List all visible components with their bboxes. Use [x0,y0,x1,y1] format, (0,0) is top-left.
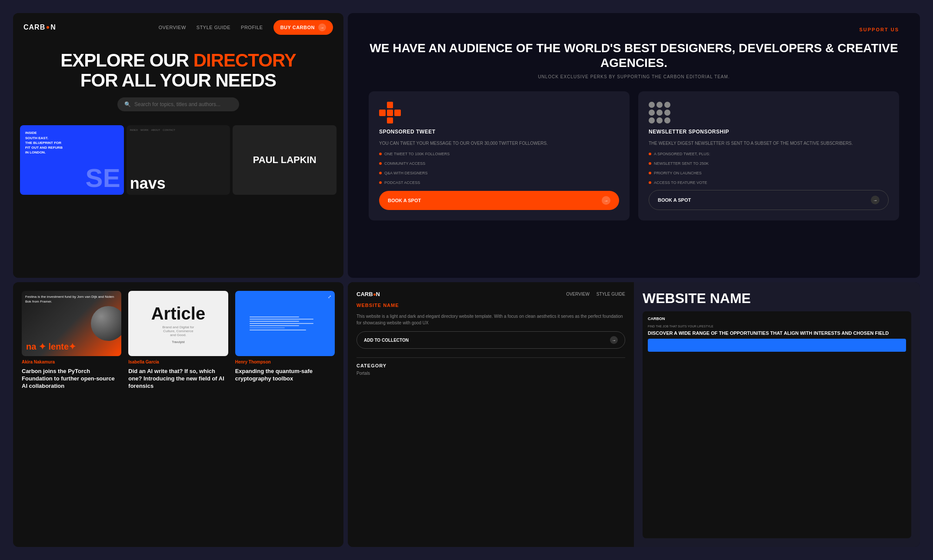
blog-img-festina: Festina is the investment fund by Jorn v… [22,291,121,356]
newsletter-feature-1: A SPONSORED TWEET, PLUS: [649,152,889,156]
search-icon: 🔍 [124,101,131,107]
category-section: CATEGORY Portals [357,357,625,376]
mini-preview-blue-card [648,339,906,352]
panel-support: SUPPORT US WE HAVE AN AUDIENCE OF THE WO… [348,13,920,278]
mini-preview-logo: CARBON [648,317,906,321]
tweet-desc: YOU CAN TWEET YOUR MESSAGE TO OUR OVER 3… [379,140,619,147]
nav-profile[interactable]: PROFILE [241,25,263,30]
dots-icon [649,102,670,123]
navs-brand: navs [130,176,227,191]
preview-card-navs[interactable]: INDEXWORKABOUTCONTACT navs [127,125,230,195]
blog-card-1[interactable]: Festina is the investment fund by Jorn v… [22,291,121,538]
newsletter-feature-4: ACCESS TO FEATURE VOTE [649,180,889,185]
book-newsletter-button[interactable]: BOOK A SPOT → [649,190,889,210]
sponsored-tweet-card: SPONSORED TWEET YOU CAN TWEET YOUR MESSA… [369,91,630,220]
panel-blog: Festina is the investment fund by Jorn v… [13,282,343,547]
preview-card-paul[interactable]: PAUL LAPKIN [233,125,337,195]
blueprint-text: INSIDESOUTH EAST.THE BLUEPRINT FORFIT OU… [25,130,63,155]
website-nav: CARBN OVERVIEW STYLE GUIDE [357,291,625,297]
blog-card-3[interactable]: ⤢ Henry Thompson Expanding the quantum-s… [235,291,335,538]
hero-section: EXPLORE OUR DIRECTORY FOR ALL YOUR NEEDS… [13,42,343,125]
tweet-type: SPONSORED TWEET [379,129,619,135]
website-logo: CARBN [357,291,380,297]
navs-mini-nav: INDEXWORKABOUTCONTACT [130,129,227,131]
nav-style-guide[interactable]: STYLE GUIDE [197,25,230,30]
category-label: CATEGORY [357,357,625,368]
blog-grid: Festina is the investment fund by Jorn v… [22,291,335,538]
website-nav-links: OVERVIEW STYLE GUIDE [566,292,625,297]
nav-bar: CARBN OVERVIEW STYLE GUIDE PROFILE BUY C… [13,13,343,42]
support-title: WE HAVE AN AUDIENCE OF THE WORLD'S BEST … [369,41,899,70]
logo: CARBN [23,23,56,31]
blog-title-1: Carbon joins the PyTorch Foundation to f… [22,368,121,390]
website-right-title: WEBSITE NAME [643,291,911,306]
blog-author-3: Henry Thompson [235,360,335,364]
blog-author-1: Akira Nakamura [22,360,121,364]
newsletter-feature-3: PRIORITY ON LAUNCHES [649,171,889,175]
buy-carbon-button[interactable]: BUY CARBON → [273,20,333,35]
preview-cards: INSIDESOUTH EAST.THE BLUEPRINT FORFIT OU… [13,125,343,195]
paul-name: PAUL LAPKIN [253,155,317,165]
website-left: CARBN OVERVIEW STYLE GUIDE WEBSITE NAME … [348,282,634,547]
main-container: CARBN OVERVIEW STYLE GUIDE PROFILE BUY C… [13,13,920,547]
blog-title-3: Expanding the quantum-safe cryptography … [235,368,335,383]
website-nav-overview[interactable]: OVERVIEW [566,292,590,297]
add-arrow-icon: → [610,336,618,344]
website-desc: This website is a light and dark and ele… [357,313,625,326]
nav-overview[interactable]: OVERVIEW [159,25,186,30]
blog-img-quantum: ⤢ [235,291,335,356]
mini-preview-tagline: FIND THE JOB THAT SUITS YOUR LIFESTYLE [648,324,906,329]
mini-preview: CARBON FIND THE JOB THAT SUITS YOUR LIFE… [643,311,911,538]
tweet-feature-2: COMMUNITY ACCESS [379,161,619,166]
book-tweet-button[interactable]: BOOK A SPOT → [379,191,619,210]
mini-preview-main-title: DISCOVER A WIDE RANGE OF THE OPPORTUNITI… [648,330,906,336]
website-nav-style-guide[interactable]: STYLE GUIDE [596,292,625,297]
panel-website-template: CARBN OVERVIEW STYLE GUIDE WEBSITE NAME … [348,282,920,547]
search-bar[interactable]: 🔍 Search for topics, titles and authors.… [117,97,239,111]
tweet-feature-4: PODCAST ACCESS [379,180,619,185]
newsletter-type: NEWSLETTER SPONSORSHIP [649,129,889,135]
book-tweet-arrow-icon: → [602,196,610,205]
support-subtitle: UNLOCK EXCLUSIVE PERKS BY SUPPORTING THE… [538,74,730,79]
cross-icon [379,102,401,123]
blog-title-2: Did an AI write that? If so, which one? … [128,368,228,390]
add-to-collection-button[interactable]: ADD TO COLLECTON → [357,331,625,349]
festina-sphere [91,306,121,341]
article-text: Article [151,304,206,323]
newsletter-desc: THE WEEKLY DIGEST NEWSLETTER IS SENT TO … [649,140,889,147]
tweet-feature-1: ONE TWEET TO 100K FOLLOWERS [379,152,619,156]
hero-title: EXPLORE OUR DIRECTORY FOR ALL YOUR NEEDS [30,50,326,90]
category-value: Portals [357,371,625,376]
website-right: WEBSITE NAME CARBON FIND THE JOB THAT SU… [634,282,920,547]
newsletter-card: NEWSLETTER SPONSORSHIP THE WEEKLY DIGEST… [638,91,899,220]
nav-links: OVERVIEW STYLE GUIDE PROFILE BUY CARBON … [159,20,333,35]
expand-icon: ⤢ [328,294,331,299]
blueprint-letter: SE [86,165,120,191]
tweet-feature-3: Q&A WITH DESIGNERS [379,171,619,175]
blog-card-2[interactable]: Article Brand and Digital forCulture, Co… [128,291,228,538]
support-label: SUPPORT US [859,27,899,32]
preview-card-blueprint[interactable]: INSIDESOUTH EAST.THE BLUEPRINT FORFIT OU… [20,125,124,195]
panel-directory: CARBN OVERVIEW STYLE GUIDE PROFILE BUY C… [13,13,343,278]
blog-author-2: Isabella García [128,360,228,364]
quantum-lines [245,297,325,350]
festina-logo: na ✦ lente✦ [26,341,76,352]
book-newsletter-arrow-icon: → [871,196,880,204]
website-name-label: WEBSITE NAME [357,303,625,308]
blog-img-article: Article Brand and Digital forCulture, Co… [128,291,228,356]
newsletter-feature-2: NEWSLETTER SENT TO 250K [649,161,889,166]
sponsorship-grid: SPONSORED TWEET YOU CAN TWEET YOUR MESSA… [369,91,899,220]
festina-text: Festina is the investment fund by Jorn v… [22,291,121,307]
search-placeholder: Search for topics, titles and authors... [134,101,220,107]
buy-arrow-icon: → [318,23,326,31]
